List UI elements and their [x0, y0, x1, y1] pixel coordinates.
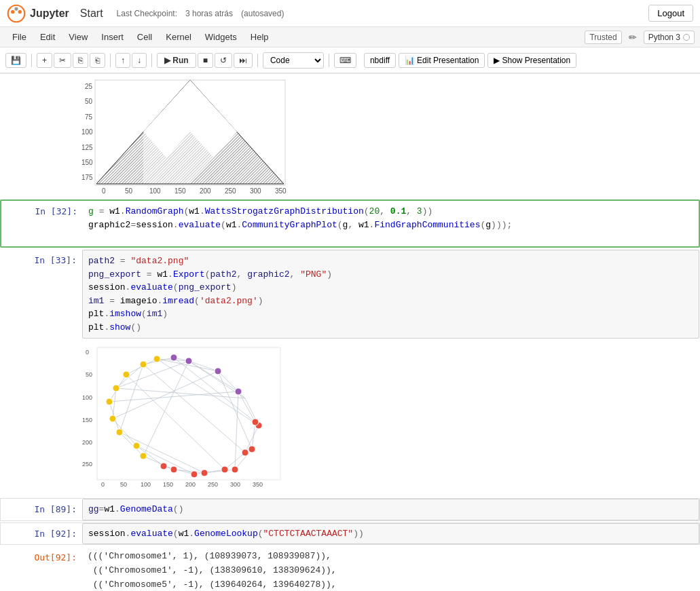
- cell-33-output-content: 0 50 100 150 200 250 0 50 100 150 200 25…: [82, 341, 293, 496]
- svg-text:25: 25: [85, 83, 93, 90]
- svg-text:250: 250: [208, 481, 218, 488]
- toolbar-sep-4: [257, 54, 258, 67]
- nbdiff-button[interactable]: nbdiff: [364, 53, 396, 68]
- show-presentation-icon: ▶: [494, 56, 500, 65]
- cell-type-select[interactable]: Code Markdown Raw: [263, 52, 324, 69]
- code-33-l3: session.evaluate(png_export): [88, 281, 693, 294]
- toolbar-save-group: 💾: [5, 53, 26, 68]
- move-down-button[interactable]: ↓: [132, 53, 147, 68]
- logout-button[interactable]: Logout: [648, 5, 693, 22]
- notebook: 25 50 75 100 125 150 175 0 50 100 150 20…: [0, 73, 700, 591]
- app-name: Jupyter: [30, 7, 69, 20]
- svg-point-97: [232, 466, 238, 473]
- cell-33-prompt: In [33]:: [1, 250, 82, 339]
- jupyter-logo: Jupyter: [7, 4, 69, 23]
- cell-32-content: g = w1.RandomGraph(w1.WattsStrogatzGraph…: [83, 201, 699, 246]
- trusted-badge: Trusted: [585, 31, 621, 44]
- restart-run-button[interactable]: ⏭: [234, 53, 253, 68]
- restart-button[interactable]: ↺: [215, 53, 232, 68]
- svg-text:150: 150: [82, 417, 92, 423]
- cut-cell-button[interactable]: ✂: [54, 53, 71, 68]
- svg-point-2: [14, 7, 18, 10]
- svg-point-91: [123, 371, 130, 378]
- svg-text:150: 150: [174, 187, 186, 195]
- edit-presentation-button[interactable]: 📊 Edit Presentation: [399, 53, 485, 68]
- svg-text:350: 350: [275, 187, 287, 195]
- python-badge: Python 3: [644, 31, 695, 44]
- svg-text:200: 200: [185, 481, 196, 488]
- svg-point-103: [160, 463, 167, 470]
- svg-point-84: [185, 358, 192, 364]
- cell-92[interactable]: In [92]: session.evaluate(w1.GenomeLooku…: [0, 522, 700, 546]
- cell-89[interactable]: In [89]: gg=w1.GenomeData(): [0, 498, 700, 521]
- menu-kernel[interactable]: Kernel: [159, 31, 198, 43]
- top-output-content: 25 50 75 100 125 150 175 0 50 100 150 20…: [81, 74, 299, 198]
- community-graph-plot: 0 50 100 150 200 250 0 50 100 150 200 25…: [82, 344, 293, 493]
- code-92-l1: session.evaluate(w1.GenomeLookup("CTCTCT…: [88, 527, 693, 541]
- paste-cell-button[interactable]: ⎗: [90, 53, 105, 68]
- edit-notebook-button[interactable]: ✏: [626, 31, 640, 44]
- svg-text:125: 125: [81, 144, 93, 151]
- cell-33-code[interactable]: path2 = "data2.png" png_export = w1.Expo…: [82, 250, 699, 339]
- cell-89-code[interactable]: gg=w1.GenomeData(): [82, 499, 699, 520]
- stop-button[interactable]: ■: [198, 53, 213, 68]
- svg-point-94: [153, 356, 160, 362]
- edit-presentation-label: Edit Presentation: [417, 56, 479, 65]
- cell-top-output: 25 50 75 100 125 150 175 0 50 100 150 20…: [0, 73, 700, 198]
- toolbar-sep-2: [110, 54, 111, 67]
- show-presentation-label: Show Presentation: [502, 56, 570, 65]
- toolbar-run-group: ▶ Run ■ ↺ ⏭: [157, 53, 253, 68]
- topbar: Jupyter Start Last Checkpoint: 3 horas a…: [0, 0, 700, 27]
- cell-32[interactable]: In [32]: g = w1.RandomGraph(w1.WattsStro…: [0, 199, 700, 248]
- presentation-group: nbdiff 📊 Edit Presentation ▶ Show Presen…: [364, 53, 576, 68]
- menubar-right: Trusted ✏ Python 3: [585, 31, 695, 44]
- menu-insert[interactable]: Insert: [94, 31, 130, 43]
- svg-point-88: [106, 398, 113, 405]
- svg-point-92: [133, 442, 140, 449]
- keyboard-shortcuts-button[interactable]: ⌨: [334, 53, 356, 68]
- cell-92-content: session.evaluate(w1.GenomeLookup("CTCTCT…: [82, 523, 699, 545]
- menu-edit[interactable]: Edit: [33, 31, 62, 43]
- topbar-right: Logout: [648, 5, 693, 22]
- cell-32-code[interactable]: g = w1.RandomGraph(w1.WattsStrogatzGraph…: [83, 201, 699, 246]
- code-line-2: graphic2=session.evaluate(w1.CommunityGr…: [88, 218, 693, 232]
- svg-text:300: 300: [230, 481, 240, 488]
- kernel-status-dot: [683, 34, 690, 41]
- menu-view[interactable]: View: [62, 31, 94, 43]
- svg-text:100: 100: [82, 394, 92, 401]
- checkpoint-autosaved: (autosaved): [241, 9, 284, 18]
- python-label: Python 3: [648, 33, 680, 42]
- move-up-button[interactable]: ↑: [115, 53, 130, 68]
- svg-marker-21: [143, 80, 237, 132]
- svg-text:50: 50: [125, 187, 133, 195]
- toolbar-move-group: ↑ ↓: [115, 53, 147, 68]
- cursor-line: [88, 231, 693, 242]
- cell-33-output-prompt: [1, 341, 82, 496]
- svg-point-3: [18, 9, 22, 13]
- save-button[interactable]: 💾: [5, 53, 26, 68]
- menu-help[interactable]: Help: [244, 31, 276, 43]
- copy-cell-button[interactable]: ⎘: [73, 53, 88, 68]
- code-33-l5: plt.imshow(im1): [88, 307, 693, 321]
- svg-point-85: [215, 368, 221, 375]
- cell-out-92-prompt: Out[92]:: [1, 547, 82, 591]
- svg-text:300: 300: [250, 187, 261, 195]
- svg-point-1: [11, 9, 14, 13]
- cell-92-code[interactable]: session.evaluate(w1.GenomeLookup("CTCTCT…: [82, 523, 699, 545]
- svg-text:200: 200: [82, 439, 92, 446]
- svg-text:150: 150: [81, 159, 93, 166]
- menu-cell[interactable]: Cell: [130, 31, 159, 43]
- run-cell-button[interactable]: ▶ Run: [157, 53, 196, 68]
- svg-point-102: [140, 453, 147, 459]
- svg-point-90: [116, 429, 123, 436]
- nbdiff-label: nbdiff: [370, 56, 390, 65]
- svg-point-105: [191, 471, 198, 478]
- add-cell-button[interactable]: +: [37, 53, 52, 68]
- menu-widgets[interactable]: Widgets: [198, 31, 244, 43]
- menu-file[interactable]: File: [5, 31, 33, 43]
- cell-33[interactable]: In [33]: path2 = "data2.png" png_export …: [0, 249, 700, 339]
- toolbar-edit-group: + ✂ ⎘ ⎗: [37, 53, 105, 68]
- svg-text:0: 0: [86, 349, 89, 356]
- svg-text:150: 150: [163, 481, 173, 488]
- show-presentation-button[interactable]: ▶ Show Presentation: [487, 53, 576, 68]
